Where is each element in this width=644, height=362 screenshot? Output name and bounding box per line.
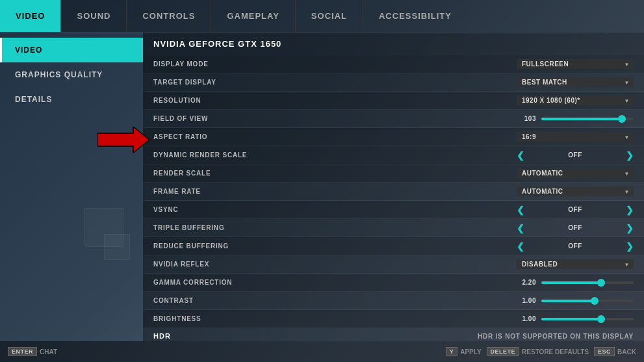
bottom-right-actions: Y APPLY DELETE RESTORE DEFAULTS ESC BACK	[446, 347, 636, 356]
label-dynamic-render: DYNAMIC RENDER SCALE	[153, 151, 504, 159]
dropdown-nvidia-reflex[interactable]: DISABLED ENABLED ENABLED + BOOST	[517, 259, 634, 269]
setting-row-gamma: GAMMA CORRECTION 2.20	[143, 274, 644, 292]
arrow-left-reduce[interactable]: ❮	[517, 242, 525, 251]
dropdown-wrapper-resolution[interactable]: 1920 X 1080 (60)* 1280 X 720 (60)	[517, 96, 634, 105]
setting-row-triple-buffering: TRIPLE BUFFERING ❮ OFF ❯	[143, 219, 644, 237]
svg-marker-0	[97, 127, 149, 153]
dropdown-target-display[interactable]: BEST MATCH DISPLAY 1	[517, 77, 634, 87]
restore-defaults-action: DELETE RESTORE DEFAULTS	[487, 347, 589, 356]
label-display-mode: DISPLAY MODE	[153, 60, 504, 68]
value-nvidia-reflex: DISABLED ENABLED ENABLED + BOOST	[504, 259, 634, 269]
slider-fov-fill	[541, 118, 622, 120]
tab-social[interactable]: SOCIAL	[296, 0, 363, 32]
slider-contrast-container: 1.00	[517, 297, 634, 304]
dropdown-display-mode[interactable]: FULLSCREEN WINDOWED BORDERLESS	[517, 59, 634, 69]
label-target-display: TARGET DISPLAY	[153, 79, 504, 86]
label-nvidia-reflex: NVIDIA REFLEX	[153, 261, 504, 268]
tab-video[interactable]: VIDEO	[0, 0, 61, 32]
arrow-value-triple: OFF	[528, 224, 623, 231]
label-vsync: VSYNC	[153, 206, 504, 213]
label-resolution: RESOLUTION	[153, 97, 504, 104]
slider-contrast-fill	[541, 300, 595, 302]
label-reduce-buffering: REDUCE BUFFERING	[153, 242, 504, 250]
setting-row-dynamic-render: DYNAMIC RENDER SCALE ❮ OFF ❯	[143, 146, 644, 164]
arrow-right-triple[interactable]: ❯	[626, 224, 634, 233]
esc-key-badge: ESC	[594, 347, 615, 356]
arrow-right-vsync[interactable]: ❯	[626, 205, 634, 214]
label-frame-rate: FRAME RATE	[153, 188, 504, 195]
arrow-value-dynamic-render: OFF	[528, 151, 623, 159]
sidebar-item-details[interactable]: DETAILS	[0, 87, 143, 112]
hdr-label: HDR	[153, 332, 171, 340]
arrow-right-reduce[interactable]: ❯	[626, 242, 634, 251]
dropdown-aspect-ratio[interactable]: 16:9 4:3 21:9	[517, 132, 634, 142]
setting-row-vsync: VSYNC ❮ OFF ❯	[143, 201, 644, 219]
value-reduce-buffering: ❮ OFF ❯	[504, 242, 634, 251]
slider-fov-container: 103	[517, 115, 634, 122]
bottom-bar: ENTER CHAT Y APPLY DELETE RESTORE DEFAUL…	[0, 341, 644, 362]
back-label: BACK	[617, 348, 636, 356]
value-gamma: 2.20	[504, 279, 634, 286]
arrow-right-dynamic-render[interactable]: ❯	[626, 151, 634, 160]
hdr-not-supported: HDR IS NOT SUPPORTED ON THIS DISPLAY	[478, 333, 634, 340]
slider-contrast-track[interactable]	[541, 300, 634, 302]
slider-gamma-fill	[541, 281, 601, 284]
arrow-left-vsync[interactable]: ❮	[517, 205, 525, 214]
tab-controls[interactable]: CONTROLS	[127, 0, 211, 32]
value-brightness: 1.00	[504, 315, 634, 322]
hdr-section-header: HDR HDR IS NOT SUPPORTED ON THIS DISPLAY	[143, 328, 644, 341]
sidebar-item-graphics[interactable]: GRAPHICS QUALITY	[0, 62, 143, 87]
bottom-left-actions: ENTER CHAT	[8, 347, 57, 356]
settings-panel: NVIDIA GEFORCE GTX 1650 DISPLAY MODE FUL…	[143, 32, 644, 341]
setting-row-resolution: RESOLUTION 1920 X 1080 (60)* 1280 X 720 …	[143, 92, 644, 110]
delete-key-badge: DELETE	[487, 347, 520, 356]
tab-gameplay[interactable]: GAMEPLAY	[211, 0, 295, 32]
dropdown-frame-rate[interactable]: AUTOMATIC 60 120 UNLIMITED	[517, 187, 634, 196]
dropdown-wrapper-reflex[interactable]: DISABLED ENABLED ENABLED + BOOST	[517, 259, 634, 269]
label-contrast: CONTRAST	[153, 297, 504, 304]
setting-row-brightness: BRIGHTNESS 1.00	[143, 310, 644, 328]
chat-label: CHAT	[40, 348, 57, 356]
restore-defaults-label: RESTORE DEFAULTS	[522, 348, 589, 356]
main-content: VIDEO GRAPHICS QUALITY DETAILS NVIDIA GE…	[0, 32, 644, 341]
dropdown-resolution[interactable]: 1920 X 1080 (60)* 1280 X 720 (60)	[517, 96, 634, 105]
label-brightness: BRIGHTNESS	[153, 315, 504, 322]
slider-fov-value: 103	[517, 115, 536, 122]
apply-action: Y APPLY	[446, 347, 482, 356]
slider-fov-thumb	[618, 115, 626, 123]
enter-key-badge: ENTER	[8, 347, 37, 356]
label-fov: FIELD OF VIEW	[153, 115, 504, 122]
value-display-mode: FULLSCREEN WINDOWED BORDERLESS	[504, 59, 634, 69]
dropdown-wrapper-aspect[interactable]: 16:9 4:3 21:9	[517, 132, 634, 142]
setting-row-target-display: TARGET DISPLAY BEST MATCH DISPLAY 1	[143, 73, 644, 92]
tab-sound[interactable]: SOUND	[61, 0, 127, 32]
setting-row-aspect-ratio: ASPECT RATIO 16:9 4:3 21:9	[143, 128, 644, 146]
red-arrow-indicator	[97, 127, 149, 153]
slider-gamma-value: 2.20	[517, 279, 536, 286]
value-resolution: 1920 X 1080 (60)* 1280 X 720 (60)	[504, 96, 634, 105]
dropdown-wrapper-display-mode[interactable]: FULLSCREEN WINDOWED BORDERLESS	[517, 59, 634, 69]
arrow-triple-buffering: ❮ OFF ❯	[517, 224, 634, 233]
sidebar-item-video[interactable]: VIDEO	[0, 38, 143, 62]
slider-gamma-thumb	[597, 279, 605, 287]
arrow-left-dynamic-render[interactable]: ❮	[517, 151, 525, 160]
sidebar: VIDEO GRAPHICS QUALITY DETAILS	[0, 32, 143, 341]
setting-row-contrast: CONTRAST 1.00	[143, 292, 644, 310]
value-dynamic-render: ❮ OFF ❯	[504, 151, 634, 160]
slider-brightness-track[interactable]	[541, 318, 634, 320]
dropdown-wrapper-frame-rate[interactable]: AUTOMATIC 60 120 UNLIMITED	[517, 187, 634, 196]
tab-accessibility[interactable]: ACCESSIBILITY	[363, 0, 468, 32]
dropdown-wrapper-target-display[interactable]: BEST MATCH DISPLAY 1	[517, 77, 634, 87]
arrow-vsync: ❮ OFF ❯	[517, 205, 634, 214]
slider-fov-track[interactable]	[541, 118, 634, 120]
dropdown-render-scale[interactable]: AUTOMATIC 100% 75%	[517, 168, 634, 178]
dropdown-wrapper-render-scale[interactable]: AUTOMATIC 100% 75%	[517, 168, 634, 178]
slider-gamma-track[interactable]	[541, 281, 634, 284]
arrow-reduce-buffering: ❮ OFF ❯	[517, 242, 634, 251]
value-vsync: ❮ OFF ❯	[504, 205, 634, 214]
arrow-left-triple[interactable]: ❮	[517, 224, 525, 233]
slider-brightness-value: 1.00	[517, 315, 536, 322]
label-render-scale: RENDER SCALE	[153, 170, 504, 177]
value-render-scale: AUTOMATIC 100% 75%	[504, 168, 634, 178]
top-nav: VIDEO SOUND CONTROLS GAMEPLAY SOCIAL ACC…	[0, 0, 644, 32]
